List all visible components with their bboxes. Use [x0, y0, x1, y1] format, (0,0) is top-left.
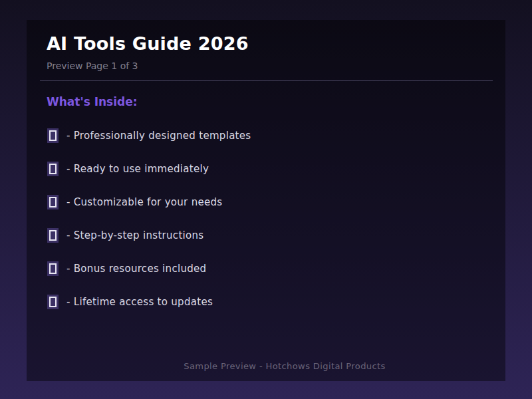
list-item: - Bonus resources included — [47, 261, 206, 276]
document-title: AI Tools Guide 2026 — [47, 35, 249, 53]
list-item: - Ready to use immediately — [47, 162, 209, 176]
missing-glyph-box-icon — [47, 128, 59, 143]
missing-glyph-box-icon — [47, 295, 59, 309]
list-item-text: - Professionally designed templates — [66, 128, 251, 143]
list-item-text: - Bonus resources included — [66, 261, 206, 276]
missing-glyph-box-icon — [47, 195, 59, 209]
preview-card: AI Tools Guide 2026 Preview Page 1 of 3 … — [27, 20, 505, 381]
list-item: - Customizable for your needs — [47, 195, 222, 209]
footer-text: Sample Preview - Hotchows Digital Produc… — [184, 361, 385, 372]
missing-glyph-box-icon — [47, 261, 59, 276]
list-item-text: - Lifetime access to updates — [66, 295, 213, 309]
missing-glyph-box-icon — [47, 228, 59, 243]
list-item-text: - Step-by-step instructions — [66, 228, 203, 243]
list-item-text: - Ready to use immediately — [66, 162, 209, 176]
section-heading: What's Inside: — [47, 96, 138, 108]
page-indicator: Preview Page 1 of 3 — [47, 61, 138, 71]
divider — [40, 80, 493, 81]
page-background: AI Tools Guide 2026 Preview Page 1 of 3 … — [0, 0, 532, 399]
list-item: - Professionally designed templates — [47, 128, 251, 143]
list-item-text: - Customizable for your needs — [66, 195, 222, 209]
missing-glyph-box-icon — [47, 162, 59, 176]
list-item: - Lifetime access to updates — [47, 295, 213, 309]
list-item: - Step-by-step instructions — [47, 228, 203, 243]
